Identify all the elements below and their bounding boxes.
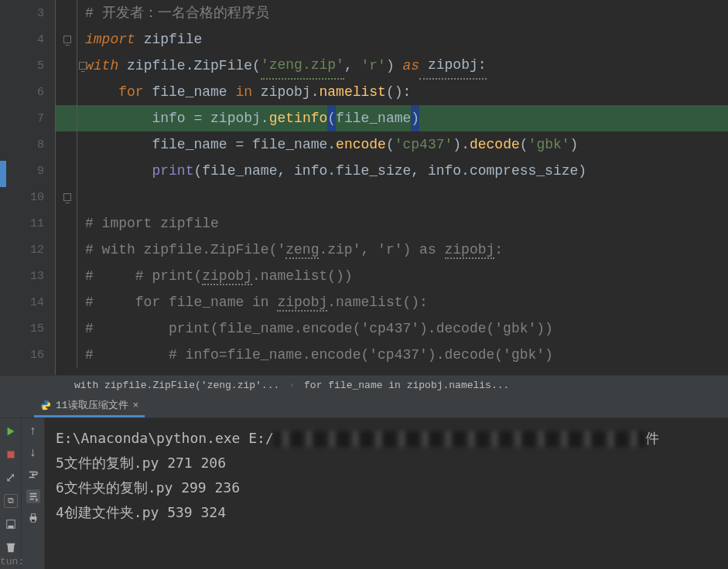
code-line[interactable]: print(file_name, info.file_size, info.co… xyxy=(56,158,728,184)
code-line[interactable]: # for file_name in zipobj.namelist(): xyxy=(56,289,728,315)
code-area[interactable]: # 开发者：一名合格的程序员 import zipfile with zipfi… xyxy=(56,0,728,375)
code-line[interactable]: # # info=file_name.encode('cp437').decod… xyxy=(56,342,728,368)
console-output[interactable]: E:\Anaconda\python.exe E:/件 5文件的复制.py 27… xyxy=(45,418,728,569)
chevron-right-icon: › xyxy=(284,380,299,391)
line-number: 6 xyxy=(0,79,55,105)
code-line[interactable] xyxy=(56,184,728,210)
line-number: 13 xyxy=(0,263,55,289)
pin-icon[interactable]: ⧉ xyxy=(4,494,18,508)
line-number: 3 xyxy=(0,0,55,26)
line-number: 9 xyxy=(0,158,55,184)
code-line[interactable]: # 开发者：一名合格的程序员 xyxy=(56,0,728,26)
breadcrumb[interactable]: with zipfile.ZipFile('zeng.zip'... › for… xyxy=(0,375,728,395)
soft-wrap-icon[interactable] xyxy=(26,468,40,482)
line-number: 12 xyxy=(0,237,55,263)
close-icon[interactable]: × xyxy=(133,400,139,411)
run-toolbar-left: ⤢ ⧉ xyxy=(0,418,22,569)
fold-toggle-icon[interactable] xyxy=(79,62,87,70)
layout-icon[interactable]: ⤢ xyxy=(4,471,18,485)
line-number: 8 xyxy=(0,131,55,158)
code-line-current[interactable]: info = zipobj.getinfo(file_name) xyxy=(56,105,728,131)
console-line: 6文件夹的复制.py 299 236 xyxy=(56,475,717,500)
code-line[interactable]: # import zipfile xyxy=(56,210,728,237)
code-editor[interactable]: 3 4 5 6 7 8 9 10 11 12 13 14 15 16 # 开发者… xyxy=(0,0,728,375)
redacted-path xyxy=(274,431,645,447)
line-number: 14 xyxy=(0,289,55,315)
line-number: 11 xyxy=(0,210,55,237)
save-icon[interactable] xyxy=(4,517,18,531)
run-tab-label: 11读取压缩文件 xyxy=(56,398,128,412)
svg-rect-2 xyxy=(8,526,13,529)
keyword: import xyxy=(85,26,135,53)
code-line[interactable]: with zipfile.ZipFile('zeng.zip', 'r') as… xyxy=(56,53,728,79)
line-number: 16 xyxy=(0,342,55,368)
run-tab-bar: tun: 11读取压缩文件 × xyxy=(0,395,728,418)
python-icon xyxy=(40,400,51,411)
keyword: as xyxy=(403,53,420,79)
line-number: 10 xyxy=(0,184,55,210)
code-line[interactable]: # # print(zipobj.namelist()) xyxy=(56,263,728,289)
line-number: 4 xyxy=(0,26,55,53)
svg-rect-4 xyxy=(31,514,35,517)
up-arrow-icon[interactable]: ↑ xyxy=(26,424,40,438)
print-icon[interactable] xyxy=(26,511,40,525)
breadcrumb-segment[interactable]: for file_name in zipobj.namelis... xyxy=(299,380,514,391)
fold-toggle-icon[interactable] xyxy=(63,193,71,201)
run-sidebar-label: tun: xyxy=(0,556,24,567)
fold-toggle-icon[interactable] xyxy=(63,36,71,43)
line-number: 7 xyxy=(0,105,55,131)
svg-rect-0 xyxy=(7,451,14,458)
run-toolbar-console: ↑ ↓ xyxy=(22,418,45,569)
console-line: 5文件的复制.py 271 206 xyxy=(56,451,717,475)
stop-icon[interactable] xyxy=(4,448,18,462)
keyword: in xyxy=(235,79,252,105)
delete-icon[interactable] xyxy=(4,540,18,554)
breadcrumb-segment[interactable]: with zipfile.ZipFile('zeng.zip'... xyxy=(70,380,284,391)
code-line[interactable]: # with zipfile.ZipFile('zeng.zip', 'r') … xyxy=(56,237,728,263)
svg-rect-5 xyxy=(31,520,35,523)
line-gutter: 3 4 5 6 7 8 9 10 11 12 13 14 15 16 xyxy=(0,0,56,375)
gutter-change-marker xyxy=(0,161,6,187)
code-line[interactable]: # print(file_name.encode('cp437').decode… xyxy=(56,315,728,342)
scroll-to-end-icon[interactable] xyxy=(26,489,40,503)
run-tab[interactable]: 11读取压缩文件 × xyxy=(34,395,145,417)
console-line: 4创建文件夹.py 539 324 xyxy=(56,500,717,525)
code-line[interactable]: import zipfile xyxy=(56,26,728,53)
console-line: E:\Anaconda\python.exe E:/件 xyxy=(56,426,717,451)
identifier: zipfile xyxy=(144,26,203,53)
line-number: 5 xyxy=(0,53,55,79)
down-arrow-icon[interactable]: ↓ xyxy=(26,446,40,460)
line-number: 15 xyxy=(0,315,55,342)
run-panel: ⤢ ⧉ ↑ ↓ E:\Anaconda\python.exe E:/件 xyxy=(0,418,728,569)
code-line[interactable]: file_name = file_name.encode('cp437').de… xyxy=(56,131,728,158)
code-line[interactable]: for file_name in zipobj.namelist(): xyxy=(56,79,728,105)
run-tool-window: tun: 11读取压缩文件 × ⤢ ⧉ xyxy=(0,395,728,569)
rerun-icon[interactable] xyxy=(4,424,18,438)
